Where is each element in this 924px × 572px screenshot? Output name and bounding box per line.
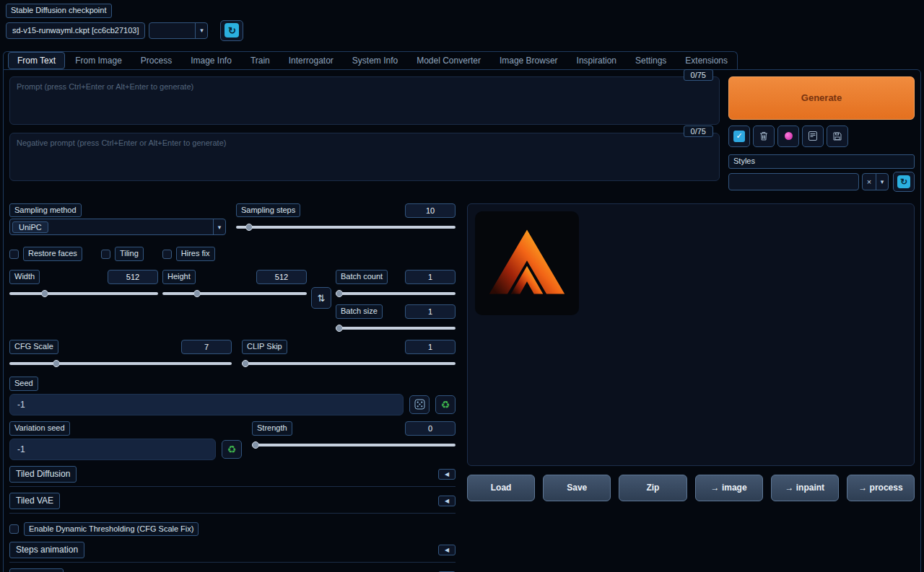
generate-button[interactable]: Generate xyxy=(728,76,915,120)
refresh-styles-button[interactable]: ↻ xyxy=(893,172,915,192)
generation-settings: Sampling method UniPC ▾ Sampling steps 1… xyxy=(9,203,456,572)
apply-styles-button[interactable] xyxy=(802,126,824,147)
recycle-icon: ♻ xyxy=(227,444,237,455)
tab-image-info[interactable]: Image Info xyxy=(182,52,240,69)
clear-styles-icon[interactable]: × xyxy=(863,177,876,186)
checkpoint-secondary-select[interactable]: ▾ xyxy=(149,22,208,39)
send-to-process-button[interactable]: → process xyxy=(847,475,915,501)
slider-handle[interactable] xyxy=(245,224,253,231)
collapse-icon[interactable]: ◀ xyxy=(438,496,456,506)
height-slider[interactable] xyxy=(162,289,307,298)
clear-prompt-button[interactable] xyxy=(753,126,775,147)
restore-faces-checkbox[interactable]: Restore faces xyxy=(9,247,82,261)
random-seed-button[interactable] xyxy=(409,395,430,414)
slider-handle[interactable] xyxy=(53,360,60,367)
tab-train[interactable]: Train xyxy=(242,52,279,69)
width-slider[interactable] xyxy=(9,289,158,298)
paste-params-button[interactable]: ✓ xyxy=(728,126,750,147)
send-to-image-button[interactable]: → image xyxy=(695,475,763,501)
batch-count-slider[interactable] xyxy=(336,289,456,298)
slider-handle[interactable] xyxy=(336,325,343,332)
tab-from-image[interactable]: From Image xyxy=(66,52,131,69)
accordion-steps-animation[interactable]: Steps animation ◀ xyxy=(9,542,456,563)
send-to-inpaint-button[interactable]: → inpaint xyxy=(771,475,839,501)
clip-skip-slider[interactable] xyxy=(242,359,456,368)
negative-prompt-input[interactable] xyxy=(17,138,712,175)
dynamic-thresholding-label: Enable Dynamic Thresholding (CFG Scale F… xyxy=(24,522,199,537)
sampling-method-label: Sampling method xyxy=(9,203,82,218)
extra-networks-button[interactable] xyxy=(777,126,799,147)
card-icon xyxy=(808,131,817,141)
chevron-down-icon[interactable]: ▾ xyxy=(876,174,888,190)
slider-handle[interactable] xyxy=(193,290,201,297)
tiling-checkbox[interactable]: Tiling xyxy=(101,247,144,261)
swap-dimensions-button[interactable]: ⇅ xyxy=(311,287,331,309)
variation-strength-slider[interactable] xyxy=(252,441,456,449)
tab-system-info[interactable]: System Info xyxy=(344,52,406,69)
tab-interrogator[interactable]: Interrogator xyxy=(280,52,342,69)
save-style-button[interactable] xyxy=(827,126,848,147)
sampling-method-value: UniPC xyxy=(12,221,48,233)
load-button[interactable]: Load xyxy=(467,475,535,501)
variation-seed-input[interactable] xyxy=(9,439,216,460)
dice-icon xyxy=(414,399,425,410)
tab-inspiration[interactable]: Inspiration xyxy=(568,52,625,69)
zip-button[interactable]: Zip xyxy=(619,475,687,501)
refresh-icon: ↻ xyxy=(897,175,910,188)
slider-handle[interactable] xyxy=(242,360,249,367)
variation-strength-value[interactable]: 0 xyxy=(405,421,456,436)
checkbox-icon[interactable] xyxy=(162,250,172,259)
tab-from-text[interactable]: From Text xyxy=(8,52,65,69)
negative-prompt-token-counter: 0/75 xyxy=(684,126,713,137)
tab-image-browser[interactable]: Image Browser xyxy=(491,52,567,69)
restore-faces-label: Restore faces xyxy=(23,247,82,261)
seed-input[interactable] xyxy=(9,394,404,415)
tab-model-converter[interactable]: Model Converter xyxy=(408,52,489,69)
slider-handle[interactable] xyxy=(41,290,48,297)
batch-size-value[interactable]: 1 xyxy=(405,304,456,319)
collapse-icon[interactable]: ◀ xyxy=(438,545,456,555)
tab-settings[interactable]: Settings xyxy=(627,52,675,69)
tab-process[interactable]: Process xyxy=(132,52,180,69)
dynamic-thresholding-checkbox[interactable]: Enable Dynamic Thresholding (CFG Scale F… xyxy=(9,522,456,537)
reuse-variation-seed-button[interactable]: ♻ xyxy=(222,440,242,459)
checkbox-icon[interactable] xyxy=(9,250,19,259)
checkbox-icon[interactable] xyxy=(101,250,110,259)
steps-animation-label: Steps animation xyxy=(9,542,84,558)
prompt-input[interactable] xyxy=(17,82,712,119)
clip-skip-label: CLIP Skip xyxy=(242,340,287,354)
batch-count-value[interactable]: 1 xyxy=(405,270,456,284)
slider-handle[interactable] xyxy=(336,290,343,297)
slider-track xyxy=(252,444,456,446)
batch-size-slider[interactable] xyxy=(336,324,456,333)
chevron-down-icon[interactable]: ▾ xyxy=(195,23,207,38)
accordion-controlnet[interactable]: ControlNet ◀ xyxy=(9,569,456,572)
width-value[interactable]: 512 xyxy=(108,270,158,284)
reuse-seed-button[interactable]: ♻ xyxy=(435,395,456,414)
styles-input[interactable] xyxy=(728,173,859,190)
sampling-steps-value[interactable]: 10 xyxy=(405,203,456,218)
slider-track xyxy=(242,362,456,365)
sampling-steps-slider[interactable] xyxy=(236,223,456,232)
save-button[interactable]: Save xyxy=(543,475,611,501)
hires-fix-checkbox[interactable]: Hires fix xyxy=(162,247,215,261)
refresh-checkpoints-button[interactable]: ↻ xyxy=(220,20,243,41)
accordion-tiled-diffusion[interactable]: Tiled Diffusion ◀ xyxy=(9,467,456,487)
cfg-scale-slider[interactable] xyxy=(9,359,232,368)
checkpoint-select[interactable]: sd-v15-runwayml.ckpt [cc6cb27103] xyxy=(6,22,145,39)
accordion-tiled-vae[interactable]: Tiled VAE ◀ xyxy=(9,493,456,514)
checkbox-icon[interactable] xyxy=(9,524,19,534)
slider-handle[interactable] xyxy=(252,441,259,449)
collapse-icon[interactable]: ◀ xyxy=(438,469,456,480)
clip-skip-value[interactable]: 1 xyxy=(405,340,456,354)
tab-extensions[interactable]: Extensions xyxy=(676,52,736,69)
chevron-down-icon[interactable]: ▾ xyxy=(213,219,225,234)
sampling-method-select[interactable]: UniPC ▾ xyxy=(9,219,226,235)
trash-icon xyxy=(759,131,768,141)
prompt-token-counter: 0/75 xyxy=(684,69,713,81)
tiled-diffusion-label: Tiled Diffusion xyxy=(9,466,77,483)
refresh-icon: ↻ xyxy=(225,23,239,38)
floppy-icon xyxy=(833,132,842,141)
cfg-scale-value[interactable]: 7 xyxy=(181,340,232,354)
height-value[interactable]: 512 xyxy=(256,270,307,284)
